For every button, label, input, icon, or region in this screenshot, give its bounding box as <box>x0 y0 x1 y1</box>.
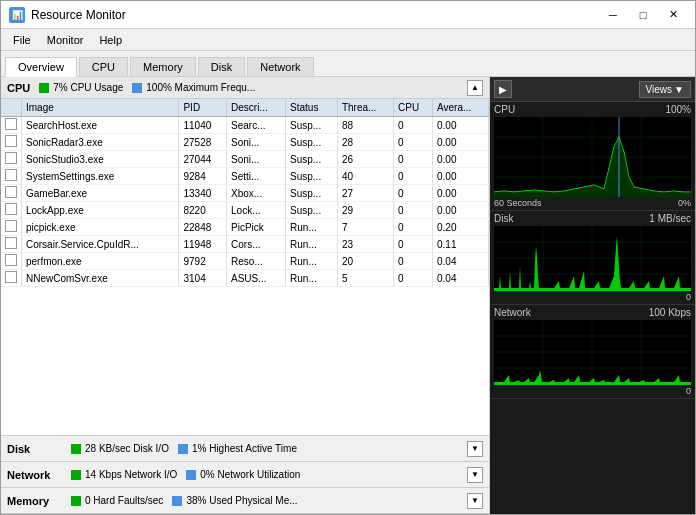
row-pid: 8220 <box>179 202 227 219</box>
col-pid[interactable]: PID <box>179 99 227 117</box>
row-check[interactable] <box>1 270 22 287</box>
row-avg: 0.00 <box>433 202 489 219</box>
row-status: Run... <box>286 236 338 253</box>
mem-stat1-icon <box>70 495 82 507</box>
table-row[interactable]: SystemSettings.exe 9284 Setti... Susp...… <box>1 168 489 185</box>
mem-stat2-text: 38% Used Physical Me... <box>186 495 297 506</box>
tab-network[interactable]: Network <box>247 57 313 76</box>
row-image: SearchHost.exe <box>22 117 179 134</box>
table-row[interactable]: SonicRadar3.exe 27528 Soni... Susp... 28… <box>1 134 489 151</box>
table-row[interactable]: perfmon.exe 9792 Reso... Run... 20 0 0.0… <box>1 253 489 270</box>
close-button[interactable]: ✕ <box>659 5 687 25</box>
network-graph-section: Network 100 Kbps <box>490 305 695 399</box>
row-check[interactable] <box>1 117 22 134</box>
row-check[interactable] <box>1 168 22 185</box>
cpu-graph-section: CPU 100% <box>490 102 695 211</box>
net-stat2-icon <box>185 469 197 481</box>
table-row[interactable]: Corsair.Service.CpuIdR... 11948 Cors... … <box>1 236 489 253</box>
row-check[interactable] <box>1 134 22 151</box>
svg-rect-6 <box>71 496 81 506</box>
svg-rect-7 <box>172 496 182 506</box>
table-row[interactable]: SonicStudio3.exe 27044 Soni... Susp... 2… <box>1 151 489 168</box>
row-pid: 27528 <box>179 134 227 151</box>
row-threads: 40 <box>337 168 393 185</box>
row-status: Susp... <box>286 134 338 151</box>
network-graph-svg <box>494 320 691 385</box>
network-graph-label-row: Network 100 Kbps <box>494 307 691 318</box>
row-desc: PicPick <box>227 219 286 236</box>
row-check[interactable] <box>1 202 22 219</box>
cpu-stat1-text: 7% CPU Usage <box>53 82 123 93</box>
maximize-button[interactable]: □ <box>629 5 657 25</box>
mem-stat1: 0 Hard Faults/sec <box>70 495 163 507</box>
row-avg: 0.04 <box>433 253 489 270</box>
cpu-stat2-icon <box>131 82 143 94</box>
row-cpu: 0 <box>394 219 433 236</box>
col-image[interactable]: Image <box>22 99 179 117</box>
col-status[interactable]: Status <box>286 99 338 117</box>
memory-collapse-button[interactable]: ▼ <box>467 493 483 509</box>
row-check[interactable] <box>1 236 22 253</box>
row-desc: ASUS... <box>227 270 286 287</box>
right-panel-header: ▶ Views ▼ <box>490 77 695 102</box>
cpu-stat1: 7% CPU Usage <box>38 82 123 94</box>
row-image: NNewComSvr.exe <box>22 270 179 287</box>
table-row[interactable]: LockApp.exe 8220 Lock... Susp... 29 0 0.… <box>1 202 489 219</box>
row-check[interactable] <box>1 219 22 236</box>
row-desc: Cors... <box>227 236 286 253</box>
svg-rect-4 <box>71 470 81 480</box>
tab-overview[interactable]: Overview <box>5 57 77 77</box>
cpu-graph-max: 100% <box>665 104 691 115</box>
row-pid: 11948 <box>179 236 227 253</box>
app-icon: 📊 <box>9 7 25 23</box>
row-threads: 23 <box>337 236 393 253</box>
menu-file[interactable]: File <box>5 32 39 48</box>
network-collapse-button[interactable]: ▼ <box>467 467 483 483</box>
disk-graph-section: Disk 1 MB/sec <box>490 211 695 305</box>
table-row[interactable]: picpick.exe 22848 PicPick Run... 7 0 0.2… <box>1 219 489 236</box>
cpu-graph-label: CPU <box>494 104 515 115</box>
cpu-table-container[interactable]: Image PID Descri... Status Threa... CPU … <box>1 99 489 435</box>
table-row[interactable]: SearchHost.exe 11040 Searc... Susp... 88… <box>1 117 489 134</box>
cpu-collapse-button[interactable]: ▲ <box>467 80 483 96</box>
network-graph-min: 0 <box>686 386 691 396</box>
expand-right-button[interactable]: ▶ <box>494 80 512 98</box>
cpu-stats: 7% CPU Usage 100% Maximum Frequ... <box>38 82 467 94</box>
row-check[interactable] <box>1 151 22 168</box>
col-cpu[interactable]: CPU <box>394 99 433 117</box>
row-check[interactable] <box>1 253 22 270</box>
row-desc: Soni... <box>227 134 286 151</box>
row-cpu: 0 <box>394 185 433 202</box>
minimize-button[interactable]: ─ <box>599 5 627 25</box>
table-row[interactable]: NNewComSvr.exe 3104 ASUS... Run... 5 0 0… <box>1 270 489 287</box>
row-status: Susp... <box>286 168 338 185</box>
col-threads[interactable]: Threa... <box>337 99 393 117</box>
tab-disk[interactable]: Disk <box>198 57 245 76</box>
tab-memory[interactable]: Memory <box>130 57 196 76</box>
svg-rect-1 <box>132 83 142 93</box>
tab-bar: Overview CPU Memory Disk Network <box>1 51 695 77</box>
disk-stats: 28 KB/sec Disk I/O 1% Highest Active Tim… <box>70 443 467 455</box>
disk-graph-label-row: Disk 1 MB/sec <box>494 213 691 224</box>
row-status: Run... <box>286 270 338 287</box>
col-check[interactable] <box>1 99 22 117</box>
row-cpu: 0 <box>394 202 433 219</box>
disk-collapse-button[interactable]: ▼ <box>467 441 483 457</box>
row-check[interactable] <box>1 185 22 202</box>
views-button[interactable]: Views ▼ <box>639 81 691 98</box>
window-controls: ─ □ ✕ <box>599 5 687 25</box>
tab-cpu[interactable]: CPU <box>79 57 128 76</box>
col-desc[interactable]: Descri... <box>227 99 286 117</box>
table-row[interactable]: GameBar.exe 13340 Xbox... Susp... 27 0 0… <box>1 185 489 202</box>
right-panel: ▶ Views ▼ CPU 100% <box>490 77 695 514</box>
disk-stat2-icon <box>177 443 189 455</box>
net-stat2: 0% Network Utilization <box>185 469 300 481</box>
row-avg: 0.00 <box>433 168 489 185</box>
menu-monitor[interactable]: Monitor <box>39 32 92 48</box>
row-image: GameBar.exe <box>22 185 179 202</box>
svg-rect-25 <box>494 320 691 385</box>
disk-section: Disk 28 KB/sec Disk I/O 1% Highest Activ… <box>1 436 489 462</box>
col-avg[interactable]: Avera... <box>433 99 489 117</box>
menu-help[interactable]: Help <box>91 32 130 48</box>
disk-stat1: 28 KB/sec Disk I/O <box>70 443 169 455</box>
